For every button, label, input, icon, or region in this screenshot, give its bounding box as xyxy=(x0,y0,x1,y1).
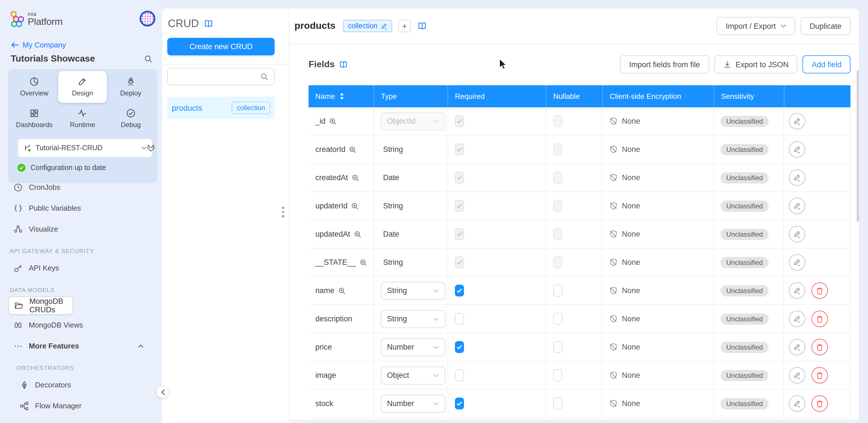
edit-field-button[interactable] xyxy=(789,282,805,299)
field-actions-cell xyxy=(784,220,850,248)
edit-field-button[interactable] xyxy=(789,339,805,355)
book-icon[interactable] xyxy=(339,61,347,68)
no-encryption-icon xyxy=(610,399,618,408)
field-nullable-cell xyxy=(546,220,603,248)
sidebar-item-visualize[interactable]: Visualize xyxy=(0,219,162,239)
delete-field-button[interactable] xyxy=(811,282,828,299)
sidebar-item-flow-manager[interactable]: Flow Manager xyxy=(0,395,162,416)
nullable-checkbox[interactable] xyxy=(553,341,562,353)
zoom-in-icon[interactable] xyxy=(329,117,337,125)
area-tile-dashboards[interactable]: Dashboards xyxy=(10,103,59,134)
project-search-icon[interactable] xyxy=(144,55,153,63)
column-header-label: Type xyxy=(381,92,397,100)
sidebar-item-more-features[interactable]: More Features xyxy=(0,335,162,356)
branch-select[interactable]: Tutorial-REST-CRUD xyxy=(18,139,152,157)
crud-search-input[interactable] xyxy=(174,72,257,81)
edit-field-button[interactable] xyxy=(789,226,805,242)
crud-list-item-products[interactable]: products collection xyxy=(167,97,275,119)
chevron-down-icon xyxy=(433,317,439,321)
nullable-checkbox[interactable] xyxy=(553,398,562,410)
import-fields-button[interactable]: Import fields from file xyxy=(620,55,709,73)
nullable-checkbox[interactable] xyxy=(553,369,562,381)
field-type-select[interactable]: Object xyxy=(381,366,445,384)
sort-icon[interactable] xyxy=(339,93,344,100)
delete-field-button[interactable] xyxy=(811,339,828,355)
field-actions-cell xyxy=(784,361,850,389)
check-circle-icon xyxy=(18,164,25,172)
add-field-button[interactable]: Add field xyxy=(803,55,850,73)
field-encryption-cell: None xyxy=(603,333,714,361)
edit-field-button[interactable] xyxy=(789,198,805,214)
gitlab-icon[interactable] xyxy=(146,143,155,152)
sidebar-item-mongodb-cruds[interactable]: MongoDB CRUDs xyxy=(8,296,73,315)
required-checkbox xyxy=(455,256,464,268)
area-tile-overview[interactable]: Overview xyxy=(10,71,59,103)
zoom-in-icon[interactable] xyxy=(359,258,367,266)
field-encryption-cell: None xyxy=(603,305,714,333)
field-name-cell: image xyxy=(309,361,374,389)
sensitivity-badge: Unclassified xyxy=(720,200,768,212)
area-tile-runtime[interactable]: Runtime xyxy=(59,103,107,134)
edit-field-button[interactable] xyxy=(789,113,805,129)
zoom-in-icon[interactable] xyxy=(338,287,346,295)
edit-field-button[interactable] xyxy=(789,254,805,270)
required-checkbox[interactable] xyxy=(455,398,464,410)
column-header-actions xyxy=(784,85,850,107)
edit-field-button[interactable] xyxy=(789,311,805,327)
crud-item-name: products xyxy=(172,103,202,112)
book-icon[interactable] xyxy=(204,20,213,28)
field-type-select[interactable]: String xyxy=(381,310,445,328)
area-tile-design[interactable]: Design xyxy=(59,71,107,103)
panel-resize-handle[interactable] xyxy=(282,207,284,217)
required-checkbox[interactable] xyxy=(455,285,464,296)
sidebar-item-mongodb-views[interactable]: MongoDB Views xyxy=(0,315,162,335)
required-checkbox[interactable] xyxy=(455,369,464,381)
sidebar-nav: CronJobs Public Variables VisualizeAPI G… xyxy=(0,177,162,416)
field-sensitivity-cell: Unclassified xyxy=(714,249,784,276)
collection-tag[interactable]: collection xyxy=(343,20,392,32)
duplicate-button[interactable]: Duplicate xyxy=(801,17,850,35)
no-encryption-icon xyxy=(610,230,618,238)
sidebar-item-cronjobs[interactable]: CronJobs xyxy=(0,177,162,198)
delete-field-button[interactable] xyxy=(811,395,828,412)
back-to-company-link[interactable]: My Company xyxy=(11,41,66,49)
sidebar-collapse-button[interactable] xyxy=(157,386,169,398)
edit-field-button[interactable] xyxy=(789,367,805,384)
edit-field-button[interactable] xyxy=(789,395,805,412)
delete-field-button[interactable] xyxy=(811,367,828,384)
area-tile-debug[interactable]: Debug xyxy=(106,103,155,134)
create-new-crud-button[interactable]: Create new CRUD xyxy=(167,38,275,55)
check-circle-icon xyxy=(126,108,135,118)
nullable-checkbox[interactable] xyxy=(553,285,562,296)
zoom-in-icon[interactable] xyxy=(351,202,359,210)
edit-field-button[interactable] xyxy=(789,141,805,158)
zoom-in-icon[interactable] xyxy=(353,230,361,238)
zoom-in-icon[interactable] xyxy=(349,145,357,153)
required-checkbox[interactable] xyxy=(455,313,464,325)
edit-field-button[interactable] xyxy=(789,169,805,186)
import-export-button[interactable]: Import / Export xyxy=(717,17,795,35)
field-type-select[interactable]: Number xyxy=(381,338,445,356)
book-icon[interactable] xyxy=(417,22,427,30)
field-type-select[interactable]: Number xyxy=(381,394,445,413)
zoom-in-icon[interactable] xyxy=(351,174,360,182)
collection-tag-label: collection xyxy=(348,22,377,30)
add-internal-endpoint-button[interactable]: + xyxy=(398,20,411,32)
field-type-select[interactable]: String xyxy=(381,282,445,300)
field-row-_id: _id ObjectId None Unclassified xyxy=(309,107,850,135)
field-name: creatorId xyxy=(315,145,346,154)
area-tile-deploy[interactable]: Deploy xyxy=(106,71,155,103)
sidebar-item-api-keys[interactable]: API Keys xyxy=(0,258,162,279)
field-sensitivity-cell: Unclassified xyxy=(714,390,784,417)
edit-pencil-icon xyxy=(381,23,387,29)
avatar[interactable] xyxy=(140,11,155,27)
sidebar-item-decorators[interactable]: Decorators xyxy=(0,375,162,395)
vertical-scrollbar[interactable] xyxy=(857,71,859,222)
column-header-name[interactable]: Name xyxy=(309,85,374,107)
field-name-cell: updaterId xyxy=(309,192,374,220)
required-checkbox[interactable] xyxy=(455,341,464,353)
delete-field-button[interactable] xyxy=(811,311,828,327)
export-json-button[interactable]: Export to JSON xyxy=(714,55,798,73)
nullable-checkbox[interactable] xyxy=(553,313,562,325)
sidebar-item-public-variables[interactable]: Public Variables xyxy=(0,198,162,219)
